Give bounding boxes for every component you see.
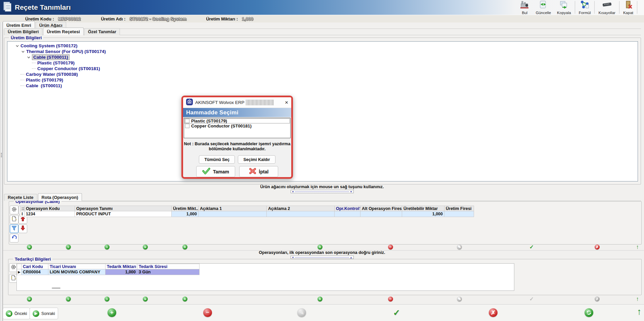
tree-item[interactable]: Thermal Sensor (For GPU) (ST00174) — [7, 49, 638, 54]
tree-item[interactable]: Plastic (ST00179) — [7, 60, 638, 66]
tree-item[interactable]: Copper Conductor (ST00181) — [7, 66, 638, 71]
operations-hint-spinner[interactable]: ▼ ▲ — [291, 256, 354, 259]
delete-record-icon[interactable]: − — [203, 308, 212, 317]
append-record-icon[interactable]: + — [317, 297, 323, 302]
cell-ticari-unvani[interactable]: LION MOVING COMPANY — [48, 269, 105, 275]
col-uretim-firesi[interactable]: Üretim Firesi — [444, 206, 474, 211]
select-all-button[interactable]: Tümünü Seç — [199, 155, 235, 164]
col-uretilebilir-miktar[interactable]: Üretilebilir Miktar — [402, 206, 444, 211]
tab-uretim-recetesi[interactable]: Üretim Reçetesi — [43, 28, 83, 35]
last-record-icon[interactable]: » — [143, 297, 148, 302]
tab-uretim-bilgileri[interactable]: Üretim Bilgileri — [4, 28, 42, 35]
col-tedarik-suresi[interactable]: Tedarik Süresi — [137, 264, 200, 269]
col-alt-operasyon-firesi[interactable]: Alt Operasyon Firesi — [360, 206, 402, 211]
tree-hint-spinner[interactable]: ▼ ▼ — [291, 190, 354, 193]
cell-aciklama-1[interactable] — [199, 211, 267, 217]
scroll-top-icon[interactable]: ↑ — [637, 307, 642, 317]
dialog-close-icon[interactable]: × — [285, 100, 288, 105]
chevron-down-icon[interactable] — [20, 51, 25, 53]
cell-uretilebilir-miktar[interactable]: 1,000 — [402, 211, 444, 217]
horizontal-scroll-thumb[interactable] — [52, 287, 60, 289]
col-uretim-miktari[interactable]: Üretim Mikt... — [172, 206, 199, 211]
cell-operasyon-kodu[interactable]: 1234 — [25, 211, 75, 217]
cancel-record-icon[interactable]: ✗ — [489, 308, 498, 317]
spinner-down-icon[interactable]: ▼ — [292, 191, 294, 193]
cell-cari-kodu[interactable]: CR00004 — [22, 269, 48, 275]
scroll-top-icon[interactable]: ↑ — [635, 245, 640, 250]
edit-record-icon[interactable]: ✎ — [457, 297, 462, 302]
col-aciklama-1[interactable]: Açıklama 1 — [199, 206, 267, 211]
delete-record-icon[interactable]: − — [388, 245, 393, 250]
insert-record-icon[interactable]: + — [182, 297, 187, 302]
find-button[interactable]: Bul — [517, 0, 533, 15]
checkbox-icon[interactable] — [185, 124, 189, 128]
ok-button[interactable]: Tamam — [196, 166, 235, 177]
next-button[interactable]: ▶ Sonraki — [30, 308, 58, 319]
update-button[interactable]: Güncelle — [533, 0, 554, 15]
filter-button[interactable] — [10, 224, 18, 233]
first-record-icon[interactable]: « — [27, 297, 32, 302]
chevron-down-icon[interactable] — [15, 45, 19, 47]
last-record-icon[interactable]: » — [143, 245, 148, 250]
new-record-button[interactable] — [10, 215, 18, 224]
next-record-icon[interactable]: › — [104, 245, 110, 250]
tree-item[interactable]: Plastic (ST00179) — [7, 77, 638, 83]
cell-tedarik-miktari[interactable]: 1,000 — [105, 269, 137, 275]
post-record-icon[interactable]: ✓ — [529, 245, 534, 250]
col-tedarik-miktari[interactable]: Tedarik Miktarı — [105, 264, 137, 269]
copy-button[interactable]: Kopyala — [554, 0, 574, 15]
undo-button[interactable] — [10, 234, 18, 243]
clear-selection-button[interactable]: Seçimi Kaldır — [238, 155, 275, 164]
cancel-button[interactable]: İptal — [239, 166, 278, 177]
previous-button[interactable]: ◀ Önceki — [3, 308, 30, 319]
prior-record-icon[interactable]: ‹ — [66, 297, 71, 302]
chevron-down-icon[interactable] — [26, 56, 31, 58]
settings-button[interactable] — [10, 206, 18, 214]
tree-item[interactable]: Cooling System (ST00172) — [7, 43, 638, 49]
post-record-icon[interactable]: ✓ — [529, 297, 534, 302]
prior-record-icon[interactable]: ‹ — [66, 245, 71, 250]
col-opr-kontrol[interactable]: Opr.Kontrol? — [335, 206, 360, 211]
cell-alt-operasyon-firesi[interactable] — [360, 211, 402, 217]
insert-record-icon[interactable]: + — [182, 245, 187, 250]
list-item[interactable]: Plastic (ST00179) — [184, 118, 290, 123]
tree-item[interactable]: Cable (ST00011) — [7, 83, 638, 89]
checkbox-icon[interactable] — [185, 119, 189, 123]
post-record-icon[interactable]: ✓ — [393, 308, 400, 318]
cancel-record-icon[interactable]: ✗ — [595, 245, 600, 250]
edit-record-icon[interactable]: ✎ — [297, 308, 306, 317]
spinner-down-icon[interactable]: ▼ — [292, 256, 294, 259]
delete-record-icon[interactable]: − — [388, 297, 393, 302]
spinner-down-icon[interactable]: ▼ — [350, 191, 352, 193]
cell-opr-kontrol[interactable] — [335, 211, 360, 217]
insert-record-icon[interactable]: + — [108, 308, 116, 317]
col-aciklama-2[interactable]: Açıklama 2 — [267, 206, 335, 211]
col-cari-kodu[interactable]: Cari Kodu — [22, 264, 48, 269]
first-record-icon[interactable]: « — [27, 245, 32, 250]
product-tree[interactable]: Cooling System (ST00172)Thermal Sensor (… — [7, 41, 638, 181]
scroll-top-icon[interactable]: ↑ — [635, 297, 640, 302]
spinner-up-icon[interactable]: ▲ — [350, 256, 352, 259]
tab-recete-liste[interactable]: Reçete Liste — [4, 194, 37, 201]
move-down-button[interactable] — [18, 224, 27, 233]
cancel-record-icon[interactable]: ✗ — [595, 297, 600, 302]
col-operasyon-kodu[interactable]: Operasyon Kodu — [25, 206, 75, 211]
edit-record-icon[interactable]: ✎ — [457, 245, 462, 250]
cell-uretim-miktari[interactable]: 1,000 — [172, 211, 199, 217]
tree-item[interactable]: Carboy Water (ST00038) — [7, 71, 638, 77]
formula-button[interactable]: Formül — [576, 0, 594, 15]
append-record-icon[interactable]: + — [317, 245, 323, 250]
col-operasyon-tanimi[interactable]: Operasyon Tanımı — [75, 206, 172, 211]
cell-operasyon-tanimi[interactable]: PRODUCT INPUT — [75, 211, 172, 217]
tab-rota-operasyon[interactable]: Rota (Operasyon) — [38, 193, 82, 201]
tab-ozel-tanimlar[interactable]: Özel Tanımlar — [84, 28, 120, 35]
cell-tedarik-suresi[interactable]: 3 Gün — [137, 269, 200, 275]
vertical-splitter[interactable]: ●●● — [0, 22, 3, 321]
suppliers-data-row[interactable]: ▶ CR00004 LION MOVING COMPANY 1,000 3 Gü… — [17, 269, 200, 275]
shortcuts-button[interactable]: Kısayollar — [595, 0, 618, 15]
cell-aciklama-2[interactable] — [267, 211, 335, 217]
cell-uretim-firesi[interactable] — [444, 211, 474, 217]
close-button[interactable]: Kapat — [620, 0, 636, 15]
col-ticari-unvani[interactable]: Ticari Unvanı — [48, 264, 105, 269]
tree-item[interactable]: Cable (ST00011) — [7, 54, 638, 60]
